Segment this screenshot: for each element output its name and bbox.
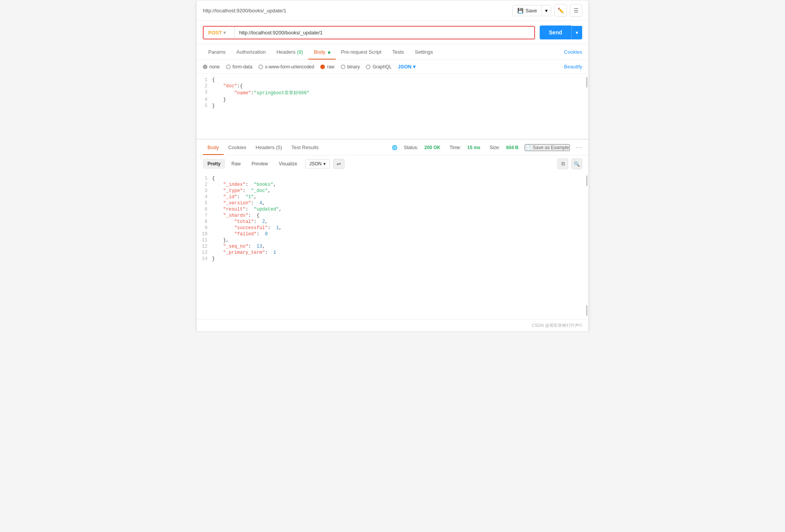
json-format-select[interactable]: JSON ▾ — [398, 64, 416, 70]
url-input[interactable] — [234, 27, 534, 39]
copy-icon: ⧉ — [561, 161, 565, 167]
body-type-graphql[interactable]: GraphQL — [366, 64, 391, 70]
body-type-raw[interactable]: raw — [320, 64, 334, 70]
response-scrollbar[interactable] — [586, 175, 588, 186]
response-section: Body Cookies Headers (5) Test Results 🌐 … — [197, 139, 588, 331]
resp-line-7: 7 "_shards": { — [197, 212, 588, 219]
request-bar: POST ▾ Send ▾ — [197, 21, 588, 44]
send-dropdown-arrow[interactable]: ▾ — [571, 26, 582, 39]
raw-radio — [320, 65, 325, 69]
resp-line-3: 3 "_type": "_doc", — [197, 188, 588, 194]
save-example-label: Save as Example — [533, 145, 569, 150]
graphql-radio — [366, 65, 370, 69]
tab-body[interactable]: Body — [308, 44, 335, 59]
resp-line-9: 9 "successful": 1, — [197, 225, 588, 231]
format-tab-pretty[interactable]: Pretty — [203, 159, 225, 169]
response-scrollbar-bottom[interactable] — [586, 305, 588, 316]
headers-badge: (9) — [297, 49, 303, 55]
response-status-area: 🌐 Status: 200 OK Time: 15 ms Size: 604 B… — [392, 144, 582, 151]
body-active-dot — [328, 51, 330, 54]
resp-line-14: 14 } — [197, 256, 588, 262]
none-radio — [203, 65, 207, 69]
method-dropdown-icon: ▾ — [223, 30, 226, 36]
more-options-button[interactable]: ··· — [576, 144, 582, 151]
send-button[interactable]: Send — [540, 25, 571, 39]
search-icon: 🔍 — [574, 161, 580, 167]
resp-tab-body[interactable]: Body — [203, 140, 224, 155]
status-label: Status: — [404, 145, 418, 150]
title-bar: http://localhost:9200/books/_update/1 💾 … — [197, 0, 588, 21]
search-button[interactable]: 🔍 — [571, 158, 582, 169]
globe-icon: 🌐 — [392, 145, 398, 150]
urlencoded-radio — [258, 65, 263, 69]
tab-authorization[interactable]: Authorization — [231, 44, 271, 59]
format-tab-preview[interactable]: Preview — [247, 159, 273, 169]
resp-line-6: 6 "result": "updated", — [197, 206, 588, 212]
save-dropdown-arrow[interactable]: ▾ — [542, 5, 551, 16]
comment-icon: ☰ — [574, 7, 579, 14]
request-scrollbar[interactable] — [586, 77, 588, 88]
tab-params[interactable]: Params — [203, 44, 231, 59]
resp-tab-headers[interactable]: Headers (5) — [251, 140, 287, 155]
req-line-3: 3 "name":"springboot非常好666" — [197, 89, 588, 97]
req-line-4: 4 } — [197, 97, 588, 103]
response-format-bar: Pretty Raw Preview Visualize JSON ▾ ⇌ ⧉ … — [197, 155, 588, 172]
tab-pre-request[interactable]: Pre-request Script — [336, 44, 387, 59]
form-data-radio — [226, 65, 231, 69]
resp-headers-badge: (5) — [276, 144, 282, 150]
request-input-group: POST ▾ — [203, 26, 535, 39]
tab-headers[interactable]: Headers (9) — [271, 44, 309, 59]
size-value: 604 B — [506, 145, 518, 150]
save-button[interactable]: 💾 Save — [513, 5, 542, 16]
comment-button[interactable]: ☰ — [570, 4, 582, 17]
body-type-none[interactable]: none — [203, 64, 220, 70]
title-bar-actions: 💾 Save ▾ ✏️ ☰ — [512, 4, 582, 17]
tab-settings[interactable]: Settings — [409, 44, 438, 59]
body-type-form-data[interactable]: form-data — [226, 64, 252, 70]
resp-line-1: 1 { — [197, 175, 588, 182]
format-tab-raw[interactable]: Raw — [227, 159, 245, 169]
save-label: Save — [525, 8, 537, 14]
save-example-button[interactable]: 📄 Save as Example — [525, 144, 569, 151]
wrap-button[interactable]: ⇌ — [333, 159, 345, 169]
method-select[interactable]: POST ▾ — [204, 27, 234, 39]
app-window: http://localhost:9200/books/_update/1 💾 … — [196, 0, 589, 332]
resp-line-11: 11 }, — [197, 237, 588, 243]
method-label: POST — [208, 30, 222, 36]
resp-line-13: 13 "_primary_term": 1 — [197, 250, 588, 256]
resp-line-4: 4 "_id": "1", — [197, 194, 588, 200]
req-line-5: 5 } — [197, 103, 588, 109]
binary-radio — [341, 65, 345, 69]
request-body-editor[interactable]: 1 { 2 "doc":{ 3 "name":"springboot非常好666… — [197, 74, 588, 139]
copy-button[interactable]: ⧉ — [557, 158, 568, 169]
json-resp-dropdown-icon: ▾ — [323, 161, 326, 167]
save-button-group[interactable]: 💾 Save ▾ — [512, 5, 551, 16]
resp-line-8: 8 "total": 2, — [197, 219, 588, 225]
title-url: http://localhost:9200/books/_update/1 — [203, 8, 286, 14]
response-body-editor[interactable]: 1 { 2 "_index": "books", 3 "_type": "_do… — [197, 172, 588, 319]
body-type-bar: none form-data x-www-form-urlencoded raw… — [197, 60, 588, 74]
size-label: Size: — [490, 145, 500, 150]
req-line-2: 2 "doc":{ — [197, 83, 588, 89]
save-icon: 💾 — [517, 8, 523, 14]
status-value: 200 OK — [425, 145, 440, 150]
resp-tab-test-results[interactable]: Test Results — [287, 140, 323, 155]
time-value: 15 ms — [467, 145, 481, 150]
tab-tests[interactable]: Tests — [387, 44, 409, 59]
body-type-binary[interactable]: binary — [341, 64, 360, 70]
response-action-icons: ⧉ 🔍 — [557, 158, 582, 169]
resp-line-2: 2 "_index": "books", — [197, 182, 588, 188]
req-line-1: 1 { — [197, 77, 588, 83]
response-tabs-bar: Body Cookies Headers (5) Test Results 🌐 … — [197, 140, 588, 155]
cookies-link[interactable]: Cookies — [564, 49, 582, 55]
format-tab-visualize[interactable]: Visualize — [274, 159, 302, 169]
time-label: Time: — [450, 145, 461, 150]
body-type-urlencoded[interactable]: x-www-form-urlencoded — [258, 64, 314, 70]
save-example-icon: 📄 — [525, 145, 531, 150]
resp-line-12: 12 "_seq_no": 13, — [197, 243, 588, 250]
send-button-group: Send ▾ — [540, 25, 582, 39]
edit-button[interactable]: ✏️ — [554, 4, 567, 17]
resp-tab-cookies[interactable]: Cookies — [224, 140, 251, 155]
beautify-button[interactable]: Beautify — [564, 64, 582, 70]
response-json-format-select[interactable]: JSON ▾ — [305, 159, 330, 168]
